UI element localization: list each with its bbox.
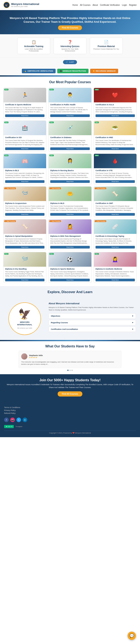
accordion-certification[interactable]: Certification And Accreditation ▼ xyxy=(49,326,136,332)
course-img-7: 👩‍⚕️ xyxy=(67,158,73,164)
course-title-7: Diploma in Nursing Basics xyxy=(50,170,90,172)
footer-terms[interactable]: Terms & Conditions xyxy=(4,406,136,408)
course-title-6: Diploma in BLS xyxy=(5,170,44,172)
read-more-button-8[interactable]: Read More xyxy=(96,180,135,183)
nav-register[interactable]: Register xyxy=(129,4,137,6)
about-title: About Wenyors International xyxy=(49,302,136,305)
course-card-14: 🩹 🔥 New Trending Certificate in Kinesiol… xyxy=(94,219,137,250)
course-badge-15: New xyxy=(4,253,8,255)
footer-copyright: Copyright © 2024 | Powered by ❤️ Wenyors… xyxy=(4,430,136,435)
course-desc-3: This Course Deals With Factors Of Surgic… xyxy=(5,140,44,146)
nav-login[interactable]: Login xyxy=(122,4,127,6)
features-section: 📋 Actionable Training Learn Skills By Qu… xyxy=(0,34,140,58)
testimonial-text: The instructor was knowledgeable and eng… xyxy=(21,361,119,365)
course-img-8: 🩸 xyxy=(112,158,118,164)
read-more-button-13[interactable]: Read More xyxy=(50,246,90,248)
nav-cert[interactable]: Certificate Verification xyxy=(100,4,120,6)
facebook-icon[interactable]: f xyxy=(4,418,9,422)
read-more-button-2[interactable]: Read More xyxy=(96,114,135,117)
instagram-icon[interactable]: 📷 xyxy=(10,418,15,422)
course-title-10: Diploma in MLD xyxy=(50,202,90,205)
footer-refund[interactable]: Refund Policy xyxy=(4,412,136,414)
course-img-1: 👨‍⚕️ xyxy=(67,92,73,98)
footer-privacy[interactable]: Privacy Policy xyxy=(4,409,136,412)
course-card-4: 💉 New Certification in Diabetes This Cou… xyxy=(48,120,91,151)
read-more-button-4[interactable]: Read More xyxy=(50,148,90,150)
course-img-5: 🥗 xyxy=(112,125,118,131)
course-title-3: Certification in SSI xyxy=(5,136,44,139)
read-more-button-10[interactable]: Read More xyxy=(50,213,90,216)
course-card-7: 👩‍⚕️ New Diploma in Nursing Basics This … xyxy=(48,154,91,184)
popular-section-title: Our Most Popular Courses xyxy=(0,76,140,86)
accordion-objectives[interactable]: Objectives ▼ xyxy=(49,313,136,319)
course-card-5: 🥗 New Certification in HND This Course C… xyxy=(94,120,137,151)
testimonial-user: Stephanie Volin ★★★★★ xyxy=(21,353,119,360)
cert-icon: 🏅 xyxy=(24,70,26,72)
read-more-button-14[interactable]: Read More xyxy=(96,246,135,248)
dot-1[interactable] xyxy=(67,370,69,371)
testimonials-title: What Our Students Have to Say xyxy=(4,344,136,348)
course-title-12: Diploma in Spinal Manipulation xyxy=(5,235,44,238)
cert-verification-button[interactable]: 🏅 CERTIFICATE VERIFICATION xyxy=(22,69,55,73)
feature-quizzes-desc: Quizzes For Your Skills Enhancement xyxy=(57,48,83,52)
twitter-icon[interactable]: 𝕏 xyxy=(16,418,21,422)
testimonial-card: Stephanie Volin ★★★★★ The instructor was… xyxy=(18,351,122,368)
course-badge-16: New xyxy=(49,253,53,255)
read-more-button-5[interactable]: Read More xyxy=(96,148,135,150)
course-card-10: 🤲 🔥 New Trending Diploma in MLD This Cou… xyxy=(48,186,91,217)
recorded-icon: ▶️ xyxy=(93,70,95,72)
feature-premium-title: Premium Material xyxy=(93,45,120,48)
course-card-12: 🦴 🔥 New Trending Diploma in Spinal Manip… xyxy=(3,219,46,250)
accordion-courses[interactable]: Regarding Courses ▼ xyxy=(49,320,136,325)
trustpilot-label: Trustpilot xyxy=(15,426,22,428)
read-more-button-3[interactable]: Read More xyxy=(5,148,44,150)
course-img-10: 🤲 xyxy=(67,191,73,197)
read-more-button-1[interactable]: Read More xyxy=(50,114,90,117)
hero-find-courses-button[interactable]: Find All Courses xyxy=(58,26,82,30)
cart-icon: 🛒 xyxy=(66,61,68,63)
hero-section: Wenyors Is US Based Training Platform Th… xyxy=(0,10,140,34)
read-more-button-17[interactable]: Read More xyxy=(96,279,135,281)
nav-about[interactable]: About xyxy=(92,4,98,6)
nav-courses[interactable]: All Courses xyxy=(80,4,90,6)
course-img-4: 💉 xyxy=(67,125,73,131)
read-more-button-12[interactable]: Read More xyxy=(5,246,44,248)
read-more-button-7[interactable]: Read More xyxy=(50,180,90,183)
read-more-button-16[interactable]: Read More xyxy=(50,279,90,281)
explore-right: About Wenyors International Wenyors Is U… xyxy=(49,302,136,333)
read-more-button-0[interactable]: Read More xyxy=(5,114,44,117)
read-more-button-6[interactable]: Read More xyxy=(5,180,44,183)
course-badge-14: 🔥 New Trending xyxy=(95,220,106,222)
feature-actionable-title: Actionable Training xyxy=(20,45,47,48)
read-more-button-9[interactable]: Read More xyxy=(5,213,44,216)
feature-premium: 📄 Premium Material Premium Course Materi… xyxy=(90,38,123,54)
dot-3[interactable] xyxy=(71,370,73,371)
svg-text:🦅: 🦅 xyxy=(5,4,8,7)
course-card-0: 🏃 New Certificate in Sports Medicine Thi… xyxy=(3,88,46,118)
premium-icon: 📄 xyxy=(93,40,120,44)
read-more-button-11[interactable]: Read More xyxy=(96,213,135,216)
read-more-button-15[interactable]: Read More xyxy=(5,279,44,281)
webinar-reg-button[interactable]: 🎥 WEBINAR REGISTRATION xyxy=(57,69,89,73)
footer-social: f 📷 𝕏 in xyxy=(4,416,136,424)
recorded-webinar-button[interactable]: ▶️ RECORDED WEBINAR xyxy=(90,69,118,73)
course-badge-1: New xyxy=(49,89,53,90)
course-desc-10: This Course Covers The Anatomical Fundam… xyxy=(50,205,90,211)
course-title-13: Diploma in MSK Pain Management xyxy=(50,235,90,238)
nav-home[interactable]: Home xyxy=(72,4,78,6)
course-title-17: Diploma in Aesthetic Medicine xyxy=(96,268,135,270)
accordion-objectives-label: Objectives xyxy=(51,315,60,317)
cart-button[interactable]: 🛒 CART xyxy=(63,60,77,64)
course-card-9: 🪡 🔥 New Trending Diploma in Acupuncture … xyxy=(3,186,46,217)
linkedin-icon[interactable]: in xyxy=(23,418,27,422)
course-card-6: 🫁 New Diploma in BLS This Course Covers … xyxy=(3,154,46,184)
dot-2[interactable] xyxy=(69,370,71,371)
course-desc-7: This Course Focuses On Basic Principles,… xyxy=(50,172,90,178)
testimonials-section: What Our Students Have to Say Stephanie … xyxy=(0,341,140,374)
course-title-14: Certificate in Kinesiology Taping xyxy=(96,235,135,238)
join-find-courses-button[interactable]: Find All Courses xyxy=(58,391,82,396)
course-title-8: Certification in VTE xyxy=(96,170,135,172)
course-desc-11: This Course Covers Principles Of Orthope… xyxy=(96,205,135,211)
course-img-0: 🏃 xyxy=(22,92,28,98)
accordion-courses-label: Regarding Courses xyxy=(51,322,68,324)
